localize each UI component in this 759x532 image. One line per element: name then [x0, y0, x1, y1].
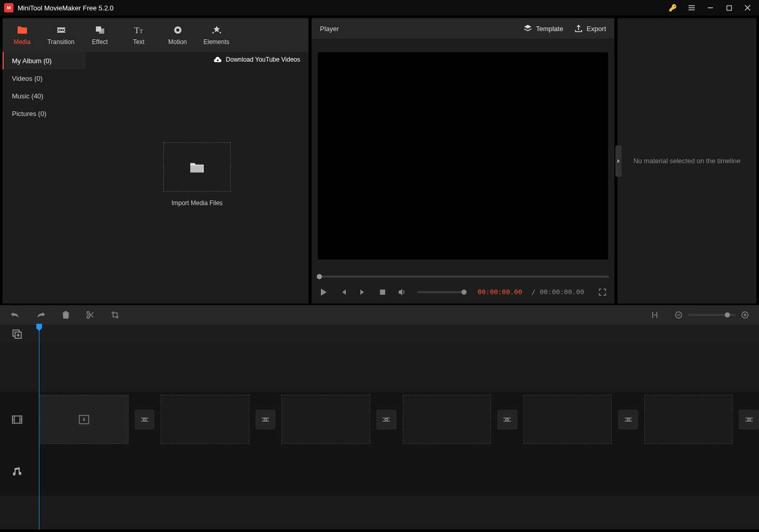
transition-icon [55, 25, 67, 35]
player-panel: Player Template Export [312, 18, 614, 304]
transition-slot[interactable] [497, 410, 517, 429]
panel-collapse-handle[interactable] [615, 146, 622, 177]
audio-track [0, 447, 759, 496]
close-button[interactable] [738, 0, 757, 16]
tab-text[interactable]: TT Text [119, 18, 158, 52]
play-button[interactable] [317, 285, 330, 299]
svg-text:T: T [139, 28, 143, 34]
folder-icon [17, 25, 28, 35]
svg-text:T: T [134, 26, 139, 35]
player-controls: 00:00:00.00 / 00:00:00.00 [312, 280, 614, 304]
clip-slot[interactable] [161, 395, 249, 444]
clip-slot[interactable] [282, 395, 370, 444]
export-icon [574, 24, 583, 33]
import-media-dropzone[interactable] [163, 142, 231, 192]
svg-rect-2 [99, 28, 104, 34]
transition-slot[interactable] [739, 410, 759, 429]
player-title: Player [320, 25, 339, 33]
timeline-panel [0, 305, 759, 529]
sidebar-item-music[interactable]: Music (40) [3, 87, 86, 105]
zoom-slider[interactable] [688, 314, 735, 316]
svg-point-6 [176, 28, 179, 32]
folder-open-icon [189, 161, 205, 173]
playback-progress[interactable] [317, 276, 609, 278]
svg-rect-0 [727, 6, 732, 10]
crop-button[interactable] [111, 311, 119, 319]
redo-button[interactable] [36, 311, 46, 319]
transition-slot[interactable] [618, 410, 638, 429]
clip-slot[interactable] [524, 395, 612, 444]
template-button[interactable]: Template [523, 24, 564, 33]
elements-icon [212, 25, 222, 35]
add-track-button[interactable] [0, 325, 34, 343]
zoom-in-button[interactable] [741, 311, 749, 319]
film-icon [12, 415, 22, 424]
motion-icon [173, 25, 183, 35]
effect-icon [95, 25, 105, 35]
transition-slot[interactable] [376, 410, 397, 429]
import-media-label: Import Media Files [163, 199, 231, 207]
main-tabs: Media Transition Effect TT Text [3, 18, 308, 52]
fit-button[interactable] [651, 311, 658, 319]
video-track-content[interactable] [34, 392, 759, 447]
player-header: Player Template Export [312, 18, 614, 39]
transition-slot[interactable] [256, 410, 276, 429]
clip-slot[interactable] [644, 395, 733, 444]
timeline-playhead[interactable] [39, 325, 39, 529]
stop-button[interactable] [376, 285, 389, 299]
no-material-text: No material selected on the timeline [634, 157, 741, 165]
video-track [0, 392, 759, 447]
sidebar-item-album[interactable]: My Album (0) [3, 52, 86, 69]
license-key-button[interactable] [664, 0, 682, 16]
app-logo: M [4, 3, 13, 12]
volume-button[interactable] [396, 285, 409, 299]
media-sidebar: My Album (0) Videos (0) Music (40) Pictu… [3, 52, 86, 304]
undo-button[interactable] [10, 311, 20, 319]
volume-slider[interactable] [417, 291, 467, 293]
app-title: MiniTool MovieMaker Free 5.2.0 [18, 4, 114, 12]
tab-transition[interactable]: Transition [41, 18, 80, 52]
time-total: / 00:00:00.00 [531, 288, 584, 296]
video-preview-area [312, 39, 614, 273]
delete-button[interactable] [62, 311, 69, 319]
maximize-button[interactable] [720, 0, 738, 16]
timeline-ruler[interactable] [34, 325, 759, 343]
timeline-toolbar [0, 305, 759, 325]
export-button[interactable]: Export [574, 24, 606, 33]
text-icon: TT [133, 25, 145, 35]
split-button[interactable] [86, 311, 94, 319]
audio-track-content[interactable] [34, 447, 759, 496]
menu-button[interactable] [682, 0, 701, 16]
video-canvas[interactable] [318, 52, 608, 260]
fullscreen-button[interactable] [596, 285, 609, 299]
import-clip-icon [78, 414, 90, 425]
cloud-download-icon [214, 56, 222, 63]
music-icon [13, 467, 21, 476]
time-current: 00:00:00.00 [477, 288, 522, 296]
main-area: Media Transition Effect TT Text [0, 16, 759, 305]
sidebar-item-pictures[interactable]: Pictures (0) [3, 105, 86, 122]
tab-effect[interactable]: Effect [80, 18, 119, 52]
next-frame-button[interactable] [356, 285, 370, 299]
transition-slot[interactable] [135, 410, 155, 429]
layers-icon [523, 24, 532, 33]
svg-rect-9 [380, 290, 385, 295]
tab-motion[interactable]: Motion [158, 18, 197, 52]
download-youtube-link[interactable]: Download YouTube Videos [214, 56, 300, 63]
svg-point-8 [219, 32, 221, 33]
sidebar-item-videos[interactable]: Videos (0) [3, 69, 86, 87]
minimize-button[interactable] [701, 0, 720, 16]
left-panel: Media Transition Effect TT Text [3, 18, 308, 304]
timeline-body [0, 325, 759, 529]
properties-panel: No material selected on the timeline [617, 18, 756, 304]
zoom-out-button[interactable] [675, 311, 682, 319]
svg-point-7 [212, 32, 214, 33]
prev-frame-button[interactable] [336, 285, 350, 299]
tab-media[interactable]: Media [3, 18, 41, 52]
video-track-head[interactable] [0, 392, 34, 447]
tab-elements[interactable]: Elements [197, 18, 236, 52]
titlebar: M MiniTool MovieMaker Free 5.2.0 [0, 0, 759, 16]
clip-slot[interactable] [40, 395, 129, 444]
clip-slot[interactable] [403, 395, 491, 444]
audio-track-head[interactable] [0, 447, 34, 496]
